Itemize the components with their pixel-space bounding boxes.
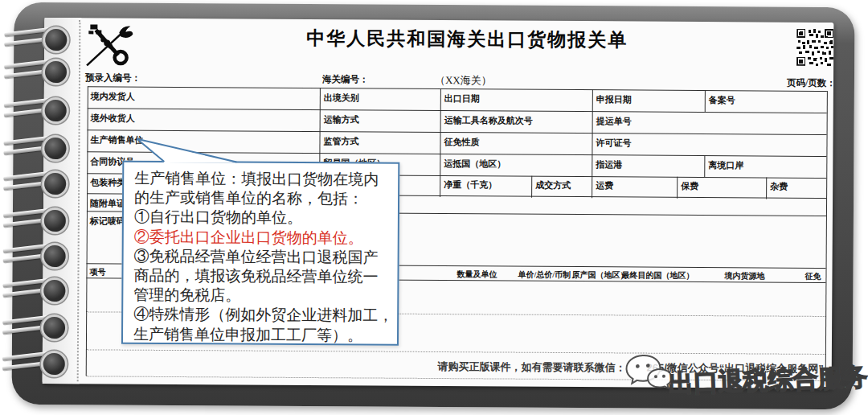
field-destination-port: 指运港 bbox=[596, 158, 622, 171]
notebook: 中华人民共和国海关出口货物报关单 预录入编号： 海关编号： （XX海关） 页码/… bbox=[0, 0, 868, 415]
spiral-ring bbox=[4, 27, 67, 54]
col-origin-country: 原产国（地区） bbox=[571, 269, 628, 281]
field-overseas-consignee: 境外收货人 bbox=[91, 112, 135, 124]
field-record-no: 备案号 bbox=[709, 94, 735, 106]
customs-emblem-icon bbox=[84, 21, 133, 68]
field-exemption-nature: 征免性质 bbox=[444, 136, 479, 148]
field-producer-seller: 生产销售单位 bbox=[90, 134, 143, 146]
callout-line: 管理的免税店。 bbox=[133, 285, 391, 306]
spiral-ring bbox=[2, 351, 65, 378]
grid-line bbox=[705, 90, 706, 112]
field-bill-no: 提运单号 bbox=[596, 115, 632, 127]
spiral-ring bbox=[2, 277, 65, 305]
customs-office-name: （XX海关） bbox=[435, 73, 492, 88]
col-qty-unit: 数量及单位 bbox=[457, 269, 497, 280]
callout-line: ③免税品经营单位经营出口退税国产 bbox=[134, 246, 391, 267]
callout-line: ①自行出口货物的单位。 bbox=[134, 207, 391, 228]
spiral-ring bbox=[4, 97, 67, 125]
col-final-dest-country: 最终目的国（地区） bbox=[621, 269, 694, 281]
spiral-ring bbox=[3, 171, 66, 198]
purchase-note-prefix: 请购买正版课件，如有需要请联系微信： bbox=[437, 360, 625, 373]
spiral-ring bbox=[2, 314, 65, 342]
qr-code-icon bbox=[796, 29, 833, 66]
col-exemption: 征免 bbox=[805, 271, 821, 282]
grid-line bbox=[531, 176, 532, 198]
field-attached-docs: 随附单证 bbox=[90, 197, 125, 209]
field-net-weight: 净重（千克） bbox=[444, 179, 497, 191]
callout-line: 生产销售单位申报加工工厂等）。 bbox=[133, 323, 391, 344]
field-insurance: 保费 bbox=[681, 180, 698, 192]
spiral-ring bbox=[4, 59, 67, 86]
field-supervision-mode: 监管方式 bbox=[323, 135, 358, 147]
callout-line: 的生产或销售单位的名称，包括： bbox=[134, 187, 391, 208]
field-transport-tool: 运输工具名称及航次号 bbox=[444, 114, 533, 127]
field-exit-border-port: 离境口岸 bbox=[708, 159, 743, 171]
field-arrival-country: 运抵国（地区） bbox=[444, 158, 506, 170]
annotation-callout: 生产销售单位：填报出口货物在境内 的生产或销售单位的名称，包括： ①自行出口货物… bbox=[121, 161, 399, 346]
field-license-no: 许可证号 bbox=[596, 137, 631, 149]
field-package-type: 包装种类 bbox=[90, 176, 125, 188]
field-export-date: 出口日期 bbox=[444, 92, 480, 105]
field-freight: 运费 bbox=[596, 179, 613, 191]
field-marks-notes: 标记唛码 bbox=[90, 215, 125, 227]
callout-line: 商品的，填报该免税品经营单位统一 bbox=[133, 265, 391, 286]
spiral-ring bbox=[3, 135, 66, 162]
grid-line bbox=[704, 155, 705, 177]
col-item-no: 项号 bbox=[89, 266, 105, 277]
field-declare-date: 申报日期 bbox=[596, 93, 632, 105]
pre-entry-no-label: 预录入编号： bbox=[85, 72, 141, 84]
field-transaction-mode: 成交方式 bbox=[535, 179, 571, 191]
callout-line: ④特殊情形（例如外贸企业进料加工， bbox=[133, 304, 391, 325]
spiral-ring bbox=[3, 243, 66, 270]
field-domestic-shipper: 境内发货人 bbox=[91, 90, 135, 102]
grid-line bbox=[766, 178, 767, 199]
customs-no-label: 海关编号： bbox=[322, 73, 369, 85]
grid-line bbox=[677, 177, 678, 199]
col-price: 单价/总价/币制 bbox=[518, 269, 571, 281]
field-transport-mode: 运输方式 bbox=[324, 113, 359, 125]
callout-line: 生产销售单位：填报出口货物在境内 bbox=[134, 168, 391, 189]
form-title: 中华人民共和国海关出口货物报关单 bbox=[266, 26, 668, 53]
callout-line-highlighted: ②委托出口企业出口货物的单位。 bbox=[134, 226, 391, 247]
field-exit-port: 出境关别 bbox=[324, 92, 359, 104]
field-misc-fee: 杂费 bbox=[770, 181, 788, 193]
col-domestic-source: 境内货源地 bbox=[724, 270, 764, 281]
spiral-ring bbox=[3, 208, 66, 235]
pages-label: 页码/页数： bbox=[787, 77, 836, 89]
